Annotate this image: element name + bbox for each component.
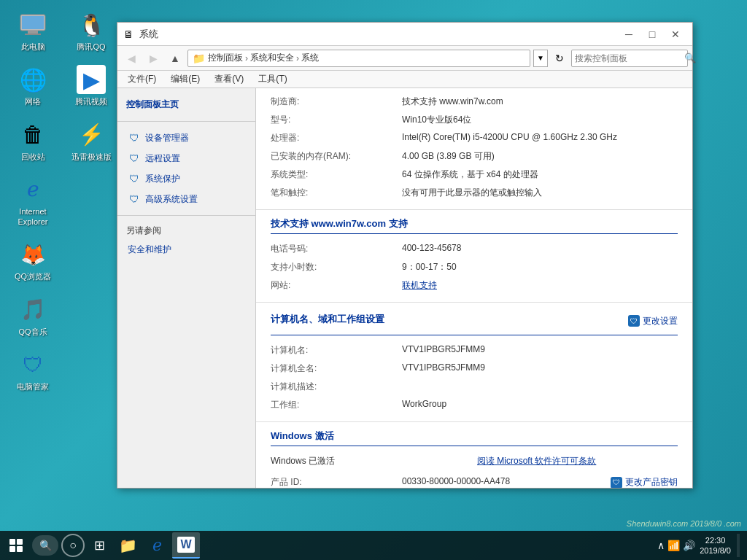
computer-name-value: VTV1IPBGR5JFMM9 — [402, 344, 678, 354]
qq-browser-label: QQ浏览器 — [15, 271, 51, 281]
computer-section-title-bar: 计算机名、域和工作组设置 🛡 更改设置 — [271, 310, 678, 335]
website-value[interactable]: 联机支持 — [402, 279, 678, 292]
desktop-icons: 此电脑 🐧 腾讯QQ 🌐 网络 ▶ 腾讯视频 🗑 回收站 — [7, 7, 117, 394]
tray-volume-icon[interactable]: 🔊 — [683, 540, 695, 551]
minimize-button[interactable]: ─ — [618, 26, 640, 43]
this-computer-icon — [18, 10, 47, 39]
support-header: 技术支持 www.win7w.com 支持 — [271, 217, 678, 234]
taskbar-search-button[interactable]: 🔍 — [32, 535, 58, 556]
maximize-button[interactable]: □ — [641, 26, 663, 43]
address-path[interactable]: 📁 控制面板 › 系统和安全 › 系统 — [187, 50, 530, 67]
computer-fullname-row: 计算机全名: VTV1IPBGR5JFMM9 — [271, 359, 678, 378]
cortana-icon: ○ — [69, 539, 77, 552]
computer-manager-label: 电脑管家 — [17, 381, 49, 392]
change-settings-button[interactable]: 🛡 更改设置 — [628, 315, 678, 327]
tray-network-icon[interactable]: 📶 — [667, 540, 680, 551]
computer-name-row: 计算机名: VTV1IPBGR5JFMM9 — [271, 341, 678, 359]
sidebar-advanced-settings[interactable]: 🛡 高级系统设置 — [117, 189, 255, 209]
pen-touch-value: 没有可用于此显示器的笔或触控输入 — [402, 187, 678, 199]
path-control-panel[interactable]: 控制面板 — [208, 52, 243, 64]
change-key-label: 更改产品密钥 — [625, 476, 678, 488]
desktop-icon-tencent-video[interactable]: ▶ 腾讯视频 — [66, 62, 117, 109]
desktop-icon-ie[interactable]: ℯ Internet Explorer — [7, 172, 58, 230]
windows-header: Windows 激活 — [271, 429, 678, 446]
advanced-settings-icon: 🛡 — [128, 192, 141, 206]
computer-fullname-value: VTV1IPBGR5JFMM9 — [402, 362, 678, 373]
taskbar-word[interactable]: W — [172, 532, 200, 559]
system-brand-section: 制造商: 技术支持 www.win7w.com 型号: Win10专业版64位 … — [256, 88, 692, 210]
hours-row: 支持小时数: 9：00-17：50 — [271, 258, 678, 276]
system-window: 🖥 系统 ─ □ ✕ ◀ ▶ ▲ 📁 控制面板 › 系统和安全 › 系统 ▼ ↻ — [117, 22, 693, 489]
main-panel: 制造商: 技术支持 www.win7w.com 型号: Win10专业版64位 … — [256, 88, 692, 488]
sidebar-system-protection[interactable]: 🛡 系统保护 — [117, 168, 255, 189]
desktop-icon-this-computer[interactable]: 此电脑 — [7, 7, 58, 55]
sidebar-remote-settings[interactable]: 🛡 远程设置 — [117, 148, 255, 168]
back-button[interactable]: ◀ — [122, 50, 141, 67]
taskbar-right-area: ∧ 📶 🔊 22:30 2019/8/0 — [657, 534, 744, 557]
forward-button[interactable]: ▶ — [144, 50, 163, 67]
path-system[interactable]: 系统 — [301, 52, 319, 64]
website-row: 网站: 联机支持 — [271, 276, 678, 295]
content-area: 控制面板主页 🛡 设备管理器 🛡 远程设置 🛡 系统保护 🛡 高级系统设置 — [117, 88, 692, 488]
menu-edit[interactable]: 编辑(E) — [165, 71, 206, 87]
desktop-icon-recycle[interactable]: 🗑 回收站 — [7, 117, 58, 165]
taskbar-pinned-apps: 📁 ℯ W — [114, 532, 657, 559]
menu-file[interactable]: 文件(F) — [122, 71, 162, 87]
taskbar-ie[interactable]: ℯ — [143, 532, 171, 559]
clock-time: 22:30 — [700, 535, 731, 545]
pen-touch-row: 笔和触控: 没有可用于此显示器的笔或触控输入 — [271, 184, 678, 202]
taskbar: 🔍 ○ ⊞ 📁 ℯ W ∧ 📶 🔊 22:30 — [0, 531, 747, 560]
sidebar-device-manager-label: 设备管理器 — [145, 132, 189, 144]
computer-desc-row: 计算机描述: — [271, 378, 678, 396]
network-label: 网络 — [25, 96, 41, 106]
menu-view[interactable]: 查看(V) — [209, 71, 249, 87]
desktop-icon-computer-manager[interactable]: 🛡 电脑管家 — [7, 347, 58, 394]
refresh-button[interactable]: ↻ — [551, 50, 568, 67]
processor-row: 处理器: Intel(R) Core(TM) i5-4200U CPU @ 1.… — [271, 129, 678, 147]
hours-value: 9：00-17：50 — [402, 261, 678, 273]
search-input[interactable] — [575, 53, 684, 63]
desktop-icon-thunder[interactable]: ⚡ 迅雷极速版 — [66, 117, 117, 165]
desktop-icon-qq[interactable]: 🐧 腾讯QQ — [66, 7, 117, 55]
computer-name-label: 计算机名: — [271, 344, 402, 357]
close-button[interactable]: ✕ — [665, 26, 686, 43]
desktop-icon-network[interactable]: 🌐 网络 — [7, 62, 58, 109]
cortana-button[interactable]: ○ — [61, 534, 85, 557]
address-dropdown-button[interactable]: ▼ — [533, 50, 548, 67]
task-view-button[interactable]: ⊞ — [88, 534, 111, 557]
sidebar-device-manager[interactable]: 🛡 设备管理器 — [117, 128, 255, 148]
computer-section: 计算机名、域和工作组设置 🛡 更改设置 计算机名: VTV1IPBGR5JFMM… — [256, 303, 692, 422]
phone-value: 400-123-45678 — [402, 243, 678, 253]
ie-icon: ℯ — [18, 175, 47, 204]
phone-label: 电话号码: — [271, 243, 402, 255]
path-system-security[interactable]: 系统和安全 — [250, 52, 294, 64]
license-link[interactable]: 阅读 Microsoft 软件许可可条款 — [477, 455, 678, 467]
qq-label: 腾讯QQ — [77, 42, 105, 52]
system-type-value: 64 位操作系统，基于 x64 的处理器 — [402, 168, 678, 181]
phone-row: 电话号码: 400-123-45678 — [271, 240, 678, 258]
up-button[interactable]: ▲ — [166, 50, 185, 67]
file-explorer-icon: 📁 — [119, 537, 137, 554]
sidebar-main-link[interactable]: 控制面板主页 — [117, 96, 255, 115]
desktop-icon-qq-music[interactable]: 🎵 QQ音乐 — [7, 292, 58, 340]
hours-label: 支持小时数: — [271, 261, 402, 273]
change-key-button[interactable]: 🛡 更改产品密钥 — [611, 476, 678, 488]
notification-button[interactable] — [737, 534, 740, 557]
tray-up-icon[interactable]: ∧ — [657, 540, 665, 551]
sidebar-system-protection-label: 系统保护 — [145, 173, 180, 185]
system-tray: ∧ 📶 🔊 — [657, 540, 695, 551]
taskbar-search-icon: 🔍 — [39, 540, 52, 551]
window-icon: 🖥 — [123, 28, 135, 40]
taskbar-file-explorer[interactable]: 📁 — [114, 532, 142, 559]
manufacturer-value: 技术支持 www.win7w.com — [402, 96, 678, 108]
qq-browser-icon: 🦊 — [18, 240, 47, 269]
desktop-icon-qq-browser[interactable]: 🦊 QQ浏览器 — [7, 237, 58, 284]
start-button[interactable] — [3, 532, 29, 559]
sidebar-security-maintenance[interactable]: 安全和维护 — [117, 240, 255, 260]
taskbar-clock[interactable]: 22:30 2019/8/0 — [700, 535, 731, 556]
menu-tools[interactable]: 工具(T) — [252, 71, 293, 87]
word-icon: W — [177, 537, 194, 553]
sidebar-advanced-settings-label: 高级系统设置 — [145, 193, 198, 206]
search-icon[interactable]: 🔍 — [684, 52, 696, 63]
ie-label: Internet Explorer — [10, 206, 55, 228]
